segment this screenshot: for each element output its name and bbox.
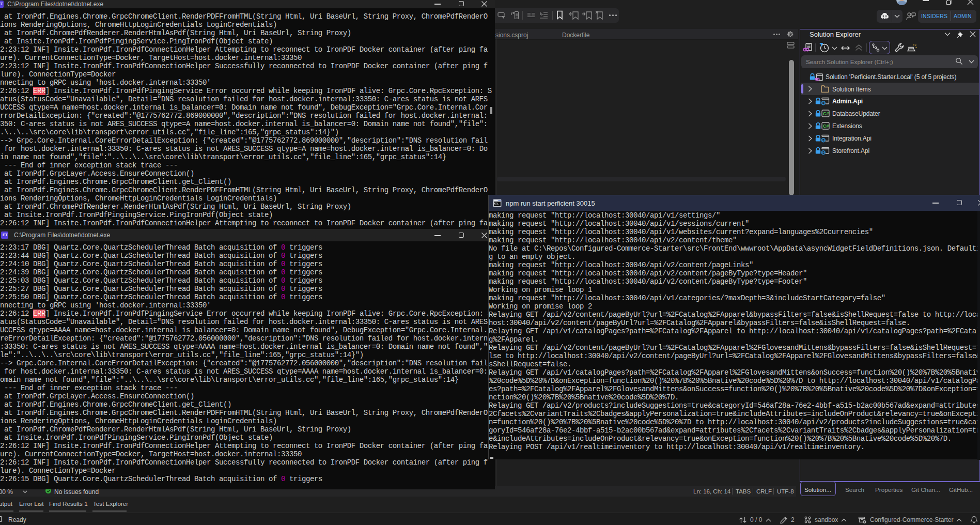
svg-text:C#: C# bbox=[823, 123, 829, 129]
svg-text:C#: C# bbox=[823, 111, 829, 116]
